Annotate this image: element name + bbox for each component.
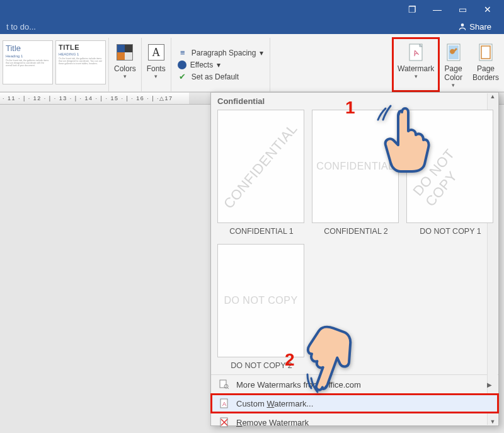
- paragraph-spacing-button[interactable]: ≡ Paragraph Spacing ▾: [178, 48, 264, 58]
- watermark-preview-text: DO NOT COPY: [224, 295, 297, 306]
- chevron-down-icon: ▾: [154, 73, 158, 79]
- fonts-label: Fonts: [147, 64, 166, 73]
- watermark-option-label: CONFIDENTIAL 2: [312, 227, 400, 236]
- chevron-down-icon: ▾: [260, 49, 263, 57]
- menu-item-label: Remove Watermark: [236, 418, 309, 427]
- watermark-button[interactable]: A Watermark ▾: [392, 38, 439, 91]
- chevron-down-icon: ▾: [452, 82, 455, 88]
- pointer-hand-icon: [299, 325, 368, 403]
- style-body: On the Insert tab, the galleries include…: [6, 59, 50, 67]
- effects-icon: [178, 61, 186, 69]
- style-title: TITLE: [59, 43, 103, 51]
- colors-icon: [117, 44, 133, 61]
- set-as-default-button[interactable]: ✔ Set as Default: [178, 72, 264, 82]
- chevron-down-icon: ▾: [217, 61, 220, 69]
- svg-point-0: [461, 23, 464, 26]
- search-icon: [219, 379, 230, 390]
- effects-button[interactable]: Effects ▾: [178, 61, 264, 69]
- page-borders-label: Page Borders: [472, 64, 499, 82]
- custom-watermark-icon: A: [219, 398, 230, 409]
- minimize-button[interactable]: —: [425, 1, 450, 18]
- paragraph-effects-group: ≡ Paragraph Spacing ▾ Effects ▾ ✔ Set as…: [171, 38, 271, 91]
- window-titlebar: ❐ — ▭ ✕: [0, 0, 504, 19]
- annotation-number-2: 2: [285, 350, 295, 370]
- fonts-icon: A: [148, 44, 164, 61]
- restore-down-icon[interactable]: ❐: [399, 1, 425, 18]
- annotation-number-1: 1: [345, 98, 355, 118]
- svg-line-9: [227, 388, 229, 389]
- share-label: Share: [469, 22, 491, 32]
- watermark-option-label: CONFIDENTIAL 1: [217, 227, 306, 236]
- ribbon: Title Heading 1 On the Insert tab, the g…: [0, 34, 504, 92]
- checkmark-icon: ✔: [178, 72, 188, 82]
- paragraph-spacing-icon: ≡: [178, 48, 188, 58]
- close-button[interactable]: ✕: [475, 1, 500, 18]
- ribbon-tab-row: t to do... Share: [0, 19, 504, 34]
- style-title: Title: [6, 43, 50, 53]
- svg-rect-7: [220, 380, 226, 388]
- watermark-label: Watermark: [398, 64, 434, 73]
- style-card-title[interactable]: Title Heading 1 On the Insert tab, the g…: [3, 40, 53, 84]
- style-card-title-caps[interactable]: TITLE HEADING 1 On the Insert tab, the g…: [55, 40, 106, 84]
- colors-label: Colors: [114, 64, 136, 73]
- set-default-label: Set as Default: [192, 72, 239, 81]
- chevron-down-icon: ▾: [123, 73, 127, 79]
- paragraph-spacing-label: Paragraph Spacing: [192, 49, 256, 57]
- fonts-button[interactable]: A Fonts ▾: [142, 38, 171, 91]
- share-icon: [458, 22, 467, 31]
- page-borders-button[interactable]: Page Borders: [467, 38, 504, 91]
- style-body: On the Insert tab, the galleries include…: [59, 57, 103, 65]
- watermark-preview-text: CONFIDENTIAL: [220, 121, 301, 212]
- tell-me-placeholder[interactable]: t to do...: [6, 22, 36, 32]
- chevron-right-icon: ▶: [487, 381, 492, 388]
- watermark-icon: A: [408, 43, 423, 62]
- chevron-down-icon: ▾: [415, 73, 418, 79]
- page-color-icon: [446, 43, 461, 62]
- document-formatting-gallery[interactable]: Title Heading 1 On the Insert tab, the g…: [0, 38, 109, 91]
- page-borders-icon: [478, 43, 493, 62]
- watermark-option-confidential-1[interactable]: CONFIDENTIAL CONFIDENTIAL 1: [217, 110, 306, 240]
- svg-text:A: A: [222, 401, 226, 407]
- style-heading: Heading 1: [6, 54, 50, 58]
- share-button[interactable]: Share: [452, 21, 498, 33]
- page-color-label: Page Color: [444, 64, 462, 82]
- maximize-button[interactable]: ▭: [450, 1, 475, 18]
- colors-button[interactable]: Colors ▾: [109, 38, 142, 91]
- effects-label: Effects: [190, 61, 213, 69]
- scroll-up-icon[interactable]: ▲: [490, 93, 496, 100]
- watermark-option-label: DO NOT COPY 1: [406, 227, 495, 236]
- page-color-button[interactable]: Page Color ▾: [439, 38, 467, 91]
- remove-watermark-icon: [219, 417, 230, 428]
- style-heading: HEADING 1: [59, 52, 103, 56]
- pointer-hand-icon: [365, 101, 435, 179]
- remove-watermark[interactable]: Remove Watermark: [211, 413, 498, 432]
